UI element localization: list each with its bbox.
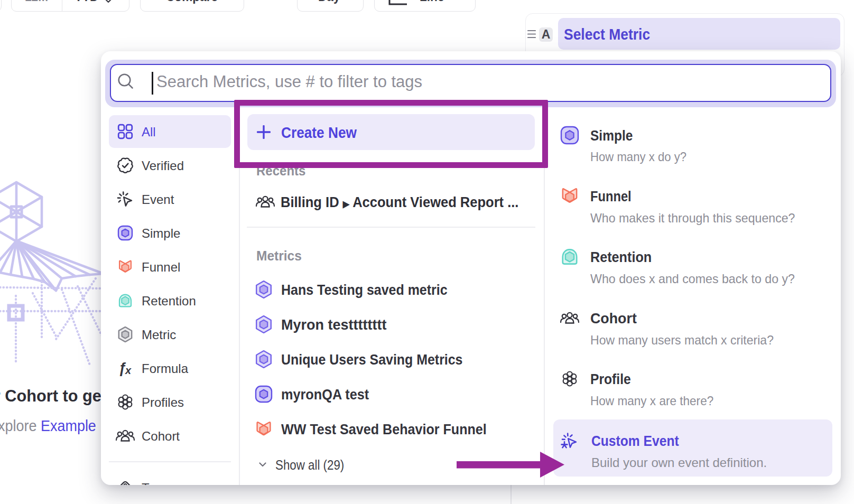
svg-text:x: x xyxy=(125,365,132,376)
